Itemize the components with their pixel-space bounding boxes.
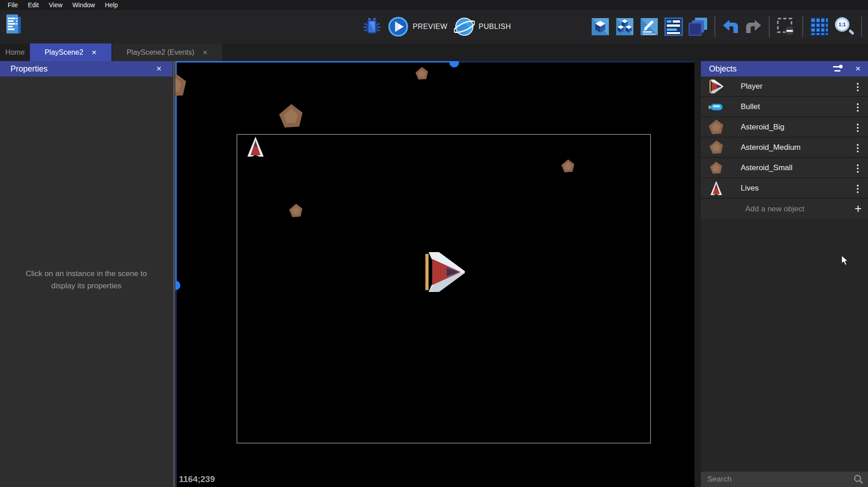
toolbar-right: 1:1	[590, 10, 868, 43]
tab-playscene2-label: PlayScene2	[44, 48, 83, 57]
clear-selection-button[interactable]	[776, 17, 796, 37]
grid-icon	[810, 17, 829, 37]
object-menu-icon[interactable]: ⋮	[853, 122, 863, 132]
object-label: Asteroid_Big	[741, 123, 784, 132]
gdevelop-logo-icon	[5, 14, 22, 35]
filter-line	[834, 70, 840, 72]
tab-close-icon[interactable]: ✕	[203, 49, 208, 56]
redo-button[interactable]	[744, 19, 762, 34]
object-row-asteroid-medium[interactable]: Asteroid_Medium ⋮	[701, 138, 868, 158]
zoom-ratio-label: 1:1	[839, 22, 846, 27]
asteroid-thumbnail-icon	[707, 140, 725, 155]
asteroid-instance[interactable]	[415, 67, 429, 81]
properties-empty-message: Click on an instance in the scene to dis…	[0, 267, 173, 292]
object-groups-button[interactable]	[615, 17, 635, 37]
objects-panel-header: Objects ✕	[701, 61, 868, 76]
objects-panel: Objects ✕ Player ⋮	[701, 61, 868, 487]
bullet-thumbnail-icon	[707, 101, 725, 113]
toolbar-divider	[861, 16, 862, 37]
asteroid-thumbnail-icon	[707, 161, 725, 175]
cursor-coordinates: 1164;239	[179, 474, 215, 484]
publish-planet-icon	[454, 16, 475, 37]
deselect-icon	[776, 17, 796, 37]
debugger-bug-icon	[362, 17, 381, 37]
menu-edit[interactable]: Edit	[23, 1, 44, 9]
asteroid-instance[interactable]	[289, 203, 304, 218]
properties-panel-button[interactable]	[639, 17, 659, 37]
asteroid-instance[interactable]	[175, 72, 188, 98]
object-menu-icon[interactable]: ⋮	[853, 102, 863, 111]
lives-thumbnail-icon	[707, 181, 725, 196]
zoom-original-button[interactable]: 1:1	[834, 16, 855, 37]
toolbar-divider	[802, 16, 803, 37]
menu-file[interactable]: File	[3, 1, 23, 9]
object-menu-icon[interactable]: ⋮	[853, 81, 863, 91]
preview-play-icon	[388, 16, 409, 37]
layers-editor-button[interactable]	[688, 17, 708, 37]
selection-edge-top-dark	[454, 61, 694, 62]
selection-handle-top[interactable]	[449, 61, 459, 67]
properties-close-icon[interactable]: ✕	[156, 65, 162, 73]
menu-help[interactable]: Help	[100, 1, 123, 9]
preview-button[interactable]: PREVIEW	[388, 16, 448, 37]
objects-close-icon[interactable]: ✕	[855, 65, 861, 73]
menu-view[interactable]: View	[44, 1, 68, 9]
object-row-bullet[interactable]: Bullet ⋮	[701, 97, 868, 117]
instances-list-button[interactable]	[664, 17, 684, 37]
scene-editor-canvas[interactable]: 1164;239	[175, 61, 694, 487]
object-label: Lives	[741, 184, 759, 193]
object-menu-icon[interactable]: ⋮	[853, 163, 863, 172]
object-row-asteroid-small[interactable]: Asteroid_Small ⋮	[701, 158, 868, 178]
object-row-player[interactable]: Player ⋮	[701, 76, 868, 97]
add-object-label: Add a new object	[745, 205, 804, 214]
filter-knob	[839, 65, 843, 68]
player-instance[interactable]	[425, 251, 465, 293]
grid-button[interactable]	[810, 17, 829, 37]
objects-search-bar	[701, 472, 868, 487]
undo-button[interactable]	[722, 19, 740, 34]
selection-handle-left[interactable]	[175, 281, 180, 290]
object-label: Bullet	[741, 102, 760, 111]
zoom-magnifier-icon: 1:1	[835, 17, 849, 32]
asteroid-thumbnail-icon	[707, 119, 725, 135]
objects-editor-icon	[590, 17, 610, 37]
plus-icon: +	[854, 202, 862, 216]
lives-instance[interactable]	[247, 136, 264, 158]
properties-empty-line2: display its properties	[0, 280, 173, 292]
main-menu-button[interactable]	[5, 14, 22, 35]
tab-playscene2-events[interactable]: PlayScene2 (Events) ✕	[112, 43, 222, 61]
instances-list-icon	[664, 17, 684, 37]
add-object-button[interactable]: Add a new object +	[701, 199, 868, 219]
selection-edge-left-dark	[175, 285, 177, 487]
edit-properties-icon	[639, 17, 659, 37]
tab-close-icon[interactable]: ✕	[92, 49, 97, 56]
panel-resize-handle-right[interactable]	[694, 61, 701, 487]
properties-panel-title: Properties	[10, 64, 48, 74]
objects-editor-button[interactable]	[590, 17, 610, 37]
object-menu-icon[interactable]: ⋮	[853, 183, 863, 193]
publish-button[interactable]: PUBLISH	[454, 16, 511, 37]
undo-icon	[722, 19, 740, 34]
redo-icon	[744, 19, 762, 34]
object-row-asteroid-big[interactable]: Asteroid_Big ⋮	[701, 117, 868, 138]
objects-panel-title: Objects	[709, 64, 737, 74]
menu-window[interactable]: Window	[68, 1, 100, 9]
magnifier-handle	[849, 29, 854, 35]
toolbar-divider	[769, 16, 770, 37]
toolbar-center: PREVIEW PUBLISH	[362, 10, 511, 43]
asteroid-instance[interactable]	[561, 159, 575, 173]
asteroid-instance[interactable]	[278, 103, 304, 129]
publish-label: PUBLISH	[479, 23, 511, 31]
selection-edge-top	[175, 61, 454, 62]
object-row-lives[interactable]: Lives ⋮	[701, 178, 868, 199]
tab-bar: Home PlayScene2 ✕ PlayScene2 (Events) ✕	[0, 43, 868, 61]
tab-home[interactable]: Home	[0, 43, 30, 61]
toolbar-divider	[714, 16, 715, 37]
filter-icon[interactable]	[833, 65, 843, 72]
search-input[interactable]	[701, 475, 841, 484]
object-menu-icon[interactable]: ⋮	[853, 143, 863, 152]
player-thumbnail-icon	[707, 79, 725, 94]
tab-playscene2[interactable]: PlayScene2 ✕	[30, 43, 111, 61]
debugger-button[interactable]	[362, 17, 381, 37]
menu-bar: File Edit View Window Help	[0, 0, 868, 10]
